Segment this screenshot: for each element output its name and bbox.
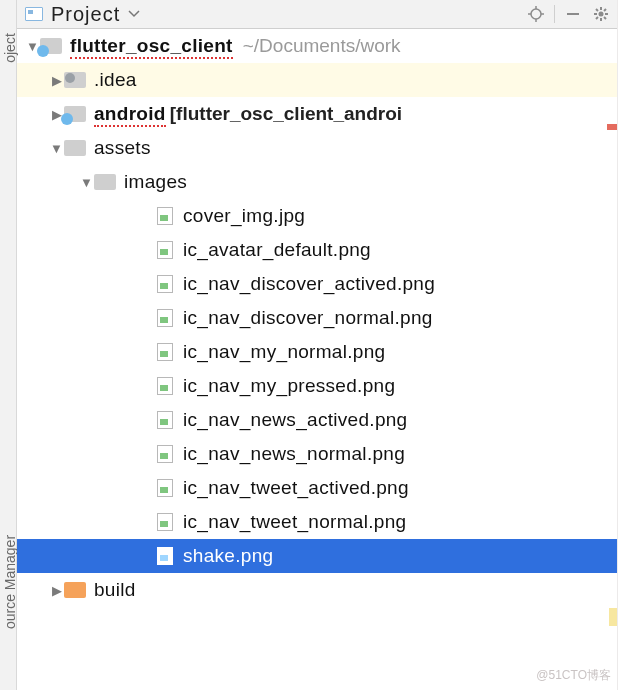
gutter-label-resource-manager[interactable]: ource Manager [2,507,18,657]
image-file-icon [157,513,173,531]
image-file-icon [157,309,173,327]
warning-stripe-marker [609,608,617,626]
svg-point-6 [599,12,604,17]
root-name: flutter_osc_client [70,35,233,59]
images-label: images [124,171,187,193]
image-file-icon [157,411,173,429]
idea-label: .idea [94,69,137,91]
excluded-folder-icon [64,582,86,598]
idea-folder-icon [64,72,86,88]
gutter-label-project[interactable]: oject [2,0,18,123]
module-folder-icon [64,106,86,122]
image-file-icon [157,547,173,565]
tree-item-assets[interactable]: ▼ assets [17,131,617,165]
gear-icon[interactable] [591,4,611,24]
collapse-icon[interactable] [563,4,583,24]
left-gutter: oject ource Manager [0,0,17,690]
image-file-icon [157,343,173,361]
project-view-selector[interactable]: Project [51,3,120,26]
image-file-icon [157,445,173,463]
tree-file[interactable]: ic_nav_tweet_actived.png [17,471,617,505]
root-path: ~/Documents/work [243,35,401,57]
tree-root[interactable]: ▼ flutter_osc_client ~/Documents/work [17,29,617,63]
toolbar-separator [554,5,555,23]
module-folder-icon [40,38,62,54]
svg-line-13 [596,17,598,19]
chevron-down-icon[interactable] [128,8,140,20]
svg-line-14 [604,9,606,11]
image-file-icon [157,275,173,293]
locate-icon[interactable] [526,4,546,24]
svg-line-12 [604,17,606,19]
project-toolbar: Project [17,0,617,29]
svg-point-0 [531,9,541,19]
tree-file[interactable]: ic_nav_news_actived.png [17,403,617,437]
tree-file[interactable]: ic_nav_discover_actived.png [17,267,617,301]
android-label: android [94,103,166,127]
chevron-right-icon[interactable]: ▶ [49,73,64,88]
chevron-down-icon[interactable]: ▼ [79,175,94,190]
tree-file[interactable]: ic_nav_tweet_normal.png [17,505,617,539]
assets-label: assets [94,137,151,159]
tree-file[interactable]: ic_nav_discover_normal.png [17,301,617,335]
image-file-icon [157,479,173,497]
tree-item-images[interactable]: ▼ images [17,165,617,199]
tree-file[interactable]: ic_avatar_default.png [17,233,617,267]
folder-icon [94,174,116,190]
folder-icon [64,140,86,156]
watermark: @51CTO博客 [536,667,611,684]
tree-file[interactable]: ic_nav_my_normal.png [17,335,617,369]
tree-item-build[interactable]: ▶ build [17,573,617,607]
svg-line-11 [596,9,598,11]
chevron-right-icon[interactable]: ▶ [49,583,64,598]
tree-file[interactable]: cover_img.jpg [17,199,617,233]
tree-file[interactable]: ic_nav_news_normal.png [17,437,617,471]
project-view-icon [25,7,43,21]
android-module-suffix: [flutter_osc_client_androi [170,103,402,125]
image-file-icon [157,377,173,395]
tree-file[interactable]: ic_nav_my_pressed.png [17,369,617,403]
project-tree[interactable]: ▼ flutter_osc_client ~/Documents/work ▶ … [17,29,617,690]
error-stripe-marker [607,124,617,130]
chevron-down-icon[interactable]: ▼ [49,141,64,156]
tree-file-selected[interactable]: shake.png [17,539,617,573]
tree-item-idea[interactable]: ▶ .idea [17,63,617,97]
image-file-icon [157,241,173,259]
tree-item-android[interactable]: ▶ android [flutter_osc_client_androi [17,97,617,131]
image-file-icon [157,207,173,225]
build-label: build [94,579,136,601]
